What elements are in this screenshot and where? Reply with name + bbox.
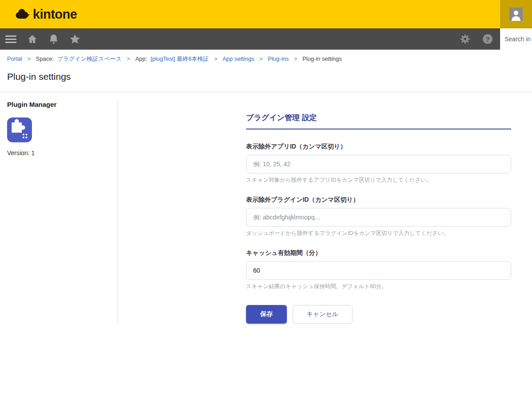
excluded-app-ids-help: スキャン対象から除外するアプリIDをカンマ区切りで入力してください。 — [246, 176, 511, 184]
cache-duration-help: スキャン結果のキャッシュ保持時間。デフォルト60分。 — [246, 283, 511, 290]
breadcrumb-separator: > — [214, 55, 218, 62]
notifications-bell-icon[interactable] — [48, 34, 59, 44]
content-area: Plugin Manager Version: 1 プラグイン管理 設定 表示除… — [0, 92, 532, 324]
settings-main: プラグイン管理 設定 表示除外アプリID（カンマ区切り） スキャン対象から除外す… — [118, 92, 511, 324]
user-avatar[interactable] — [509, 8, 523, 21]
global-search-box[interactable] — [500, 28, 532, 50]
excluded-app-ids-input[interactable] — [246, 155, 511, 173]
kintone-logo[interactable]: kintone — [15, 0, 77, 28]
breadcrumb-separator: > — [294, 55, 297, 62]
nav-right-icons: ? — [460, 28, 532, 50]
breadcrumb-current: Plug-in settings — [302, 55, 342, 62]
form-buttons: 保存 キャンセル — [246, 305, 511, 324]
plugin-version: Version: 1 — [7, 149, 110, 156]
excluded-plugin-ids-help: ダッシュボードから除外するプラグインIDをカンマ区切りで入力してください。 — [246, 230, 511, 237]
kintone-cloud-icon — [15, 8, 31, 20]
plugin-puzzle-icon — [7, 117, 32, 142]
breadcrumb-separator: > — [259, 55, 263, 62]
cache-duration-input[interactable] — [246, 261, 511, 280]
cache-duration-field: キャッシュ有効期間（分） スキャン結果のキャッシュ保持時間。デフォルト60分。 — [246, 249, 511, 290]
user-menu-area[interactable] — [500, 0, 532, 28]
breadcrumb: Portal > Space: プラグイン検証スペース > App: [plug… — [0, 50, 532, 66]
help-icon[interactable]: ? — [482, 34, 493, 44]
settings-gear-icon[interactable] — [460, 34, 470, 44]
breadcrumb-portal-link[interactable]: Portal — [7, 55, 22, 62]
top-header-bar: kintone — [0, 0, 532, 28]
plugin-name: Plugin Manager — [7, 101, 110, 108]
cancel-button[interactable]: キャンセル — [293, 305, 352, 324]
breadcrumb-separator: > — [127, 55, 130, 62]
save-button[interactable]: 保存 — [246, 305, 287, 324]
kintone-logo-text: kintone — [33, 7, 77, 22]
favorites-star-icon[interactable] — [70, 34, 80, 44]
excluded-plugin-ids-input[interactable] — [246, 208, 511, 227]
question-mark-glyph: ? — [483, 34, 493, 44]
person-icon — [511, 9, 521, 21]
cache-duration-label: キャッシュ有効期間（分） — [246, 249, 511, 257]
breadcrumb-app-prefix: App: — [135, 55, 147, 62]
breadcrumb-space-link[interactable]: プラグイン検証スペース — [57, 55, 121, 62]
breadcrumb-separator: > — [27, 55, 31, 62]
breadcrumb-plugins-link[interactable]: Plug-ins — [268, 55, 289, 62]
breadcrumb-space-prefix: Space: — [36, 55, 54, 62]
search-input[interactable] — [500, 35, 532, 43]
hamburger-menu-icon[interactable] — [5, 35, 16, 43]
excluded-app-ids-field: 表示除外アプリID（カンマ区切り） スキャン対象から除外するアプリIDをカンマ区… — [246, 143, 511, 184]
plugin-settings-form: プラグイン管理 設定 表示除外アプリID（カンマ区切り） スキャン対象から除外す… — [246, 113, 511, 324]
global-nav-bar: ? — [0, 28, 532, 50]
breadcrumb-app-link[interactable]: [plugTest] 最終6本検証 — [151, 55, 209, 62]
excluded-plugin-ids-field: 表示除外プラグインID（カンマ区切り） ダッシュボードから除外するプラグインID… — [246, 196, 511, 237]
page-title: Plug-in settings — [7, 71, 532, 82]
form-heading: プラグイン管理 設定 — [246, 113, 511, 129]
nav-left-icons — [5, 34, 80, 44]
excluded-app-ids-label: 表示除外アプリID（カンマ区切り） — [246, 143, 511, 151]
home-icon[interactable] — [27, 34, 38, 44]
breadcrumb-app-settings-link[interactable]: App settings — [223, 55, 254, 62]
plugin-sidebar: Plugin Manager Version: 1 — [0, 99, 118, 324]
excluded-plugin-ids-label: 表示除外プラグインID（カンマ区切り） — [246, 196, 511, 204]
